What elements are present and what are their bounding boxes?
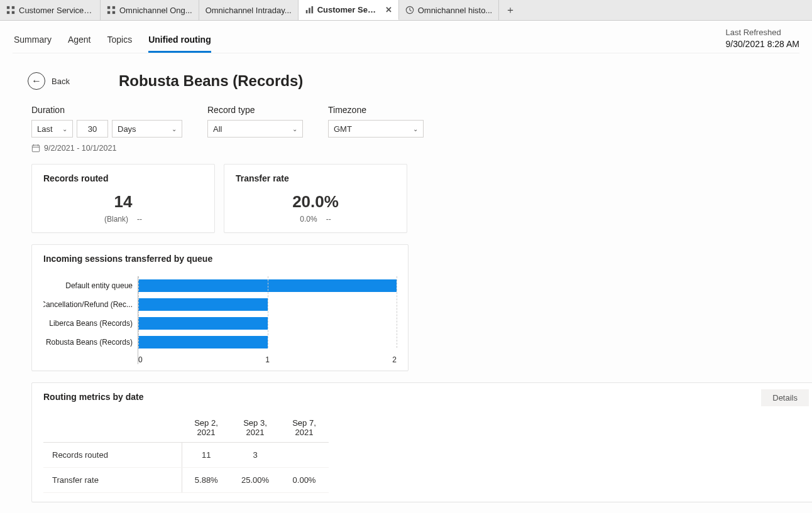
svg-rect-0 <box>7 6 9 9</box>
chart-category-label: Cancellation/Refund (Rec... <box>43 295 138 314</box>
tab-customer-service-a[interactable]: Customer Service A... <box>0 0 101 20</box>
kpi-transfer-rate: Transfer rate 20.0% 0.0% -- <box>224 164 407 233</box>
chevron-down-icon: ⌄ <box>413 126 418 132</box>
svg-rect-9 <box>309 8 310 13</box>
duration-mode-select[interactable]: Last⌄ <box>31 120 73 138</box>
page-title: Robusta Beans (Records) <box>119 72 303 90</box>
metrics-date-header: Sep 3, 2021 <box>231 413 280 443</box>
chart-x-tick-label: 1 <box>265 355 270 364</box>
svg-rect-3 <box>12 11 14 14</box>
duration-unit-select[interactable]: Days⌄ <box>112 120 182 138</box>
tab-omnichannel-intraday[interactable]: Omnichannel Intraday... <box>199 0 299 20</box>
subnav-unified-routing[interactable]: Unified routing <box>148 31 211 53</box>
page-content: Summary Agent Topics Unified routing Las… <box>0 21 812 513</box>
tab-label: Omnichannel histo... <box>418 6 493 15</box>
chart-x-axis: 012 <box>138 352 397 364</box>
chart-bar <box>138 298 268 311</box>
column-chart-icon <box>305 6 314 14</box>
last-refreshed-label: Last Refreshed <box>725 27 799 38</box>
filter-label: Record type <box>207 105 303 115</box>
card-title: Transfer rate <box>236 173 395 183</box>
arrow-left-icon: ← <box>28 72 45 90</box>
grid-icon <box>6 6 15 14</box>
tab-omnichannel-ong[interactable]: Omnichannel Ong... <box>101 0 199 20</box>
browser-tabbar: Customer Service A... Omnichannel Ong...… <box>0 0 812 21</box>
clock-icon <box>405 6 414 14</box>
metrics-cell: 25.00% <box>231 468 280 493</box>
chart-bar <box>138 336 268 348</box>
metrics-date-header: Sep 7, 2021 <box>280 413 329 443</box>
chart-category-label: Liberca Beans (Records) <box>43 314 138 333</box>
back-label: Back <box>52 77 70 86</box>
date-range-text: 9/2/2021 - 10/1/2021 <box>31 144 799 153</box>
metrics-cell: 5.88% <box>182 468 231 493</box>
svg-rect-7 <box>112 11 115 14</box>
grid-icon <box>107 6 116 14</box>
routing-metrics-table: Sep 2, 2021Sep 3, 2021Sep 7, 2021Records… <box>43 413 329 493</box>
title-bar: ← Back Robusta Beans (Records) <box>13 53 799 105</box>
subnav-topics[interactable]: Topics <box>107 31 133 53</box>
metrics-cell: 3 <box>231 443 280 468</box>
tab-label: Customer Service A... <box>19 6 94 15</box>
kpi-sub-label: (Blank) <box>104 215 128 224</box>
card-title: Routing metrics by date <box>43 392 806 402</box>
filter-duration: Duration Last⌄ 30 Days⌄ <box>31 105 182 138</box>
kpi-sub-value: -- <box>137 215 142 224</box>
details-button[interactable]: Details <box>761 389 809 406</box>
filter-label: Timezone <box>328 105 424 115</box>
tab-add[interactable]: ＋ <box>499 0 522 20</box>
chevron-down-icon: ⌄ <box>292 126 297 132</box>
svg-rect-8 <box>305 10 307 13</box>
filter-label: Duration <box>31 105 182 115</box>
last-refreshed: Last Refreshed 9/30/2021 8:28 AM <box>725 27 799 51</box>
tab-label: Omnichannel Ong... <box>119 6 192 15</box>
tab-customer-service-historic[interactable]: Customer Service historic... ✕ <box>299 0 399 20</box>
tab-label: Customer Service historic... <box>317 5 378 14</box>
record-type-select[interactable]: All⌄ <box>207 120 303 138</box>
chart-category-label: Default entity queue <box>43 276 138 295</box>
chart-x-tick-label: 2 <box>392 355 397 364</box>
chevron-down-icon: ⌄ <box>62 126 67 132</box>
metrics-cell: 0.00% <box>280 468 329 493</box>
kpi-cards: Records routed 14 (Blank) -- Transfer ra… <box>13 153 799 233</box>
chart-category-label: Robusta Beans (Records) <box>43 333 138 352</box>
kpi-records-routed: Records routed 14 (Blank) -- <box>31 164 215 233</box>
kpi-sub-label: 0.0% <box>300 215 317 224</box>
chart-gridline <box>268 276 268 348</box>
svg-rect-2 <box>7 11 9 14</box>
chart-bars: 012 <box>138 276 397 364</box>
svg-rect-5 <box>112 6 115 9</box>
svg-rect-4 <box>107 6 110 9</box>
plus-icon: ＋ <box>505 4 515 17</box>
chart-gridline <box>397 276 397 348</box>
chart-bar <box>138 317 268 330</box>
filter-timezone: Timezone GMT⌄ <box>328 105 424 138</box>
svg-rect-10 <box>311 6 313 13</box>
routing-metrics-card: Routing metrics by date Details Sep 2, 2… <box>31 382 812 502</box>
tab-omnichannel-histo[interactable]: Omnichannel histo... <box>399 0 500 20</box>
chevron-down-icon: ⌄ <box>172 126 177 132</box>
chart-gridline <box>138 276 139 348</box>
metrics-row-label: Records routed <box>43 443 182 468</box>
close-icon[interactable]: ✕ <box>385 5 392 14</box>
filter-row: Duration Last⌄ 30 Days⌄ Record type All⌄ <box>13 105 799 138</box>
subnav-summary[interactable]: Summary <box>14 31 52 53</box>
chart-title: Incoming sessions transferred by queue <box>43 254 397 264</box>
chart-x-tick-label: 0 <box>138 355 143 364</box>
back-button[interactable]: ← Back <box>28 72 70 90</box>
svg-rect-12 <box>32 145 39 152</box>
kpi-sub-value: -- <box>326 215 331 224</box>
tab-label: Omnichannel Intraday... <box>206 6 292 15</box>
subnav-agent[interactable]: Agent <box>68 31 91 53</box>
kpi-value: 14 <box>43 192 203 212</box>
metrics-cell <box>280 443 329 468</box>
last-refreshed-timestamp: 9/30/2021 8:28 AM <box>725 38 799 51</box>
timezone-select[interactable]: GMT⌄ <box>328 120 424 138</box>
subnav: Summary Agent Topics Unified routing Las… <box>13 27 799 53</box>
chart-incoming-sessions: Incoming sessions transferred by queue D… <box>31 244 409 371</box>
metrics-date-header: Sep 2, 2021 <box>182 413 231 443</box>
kpi-value: 20.0% <box>236 192 395 212</box>
filter-record-type: Record type All⌄ <box>207 105 303 138</box>
duration-count-input[interactable]: 30 <box>77 120 108 138</box>
metrics-row-label: Transfer rate <box>43 468 182 493</box>
